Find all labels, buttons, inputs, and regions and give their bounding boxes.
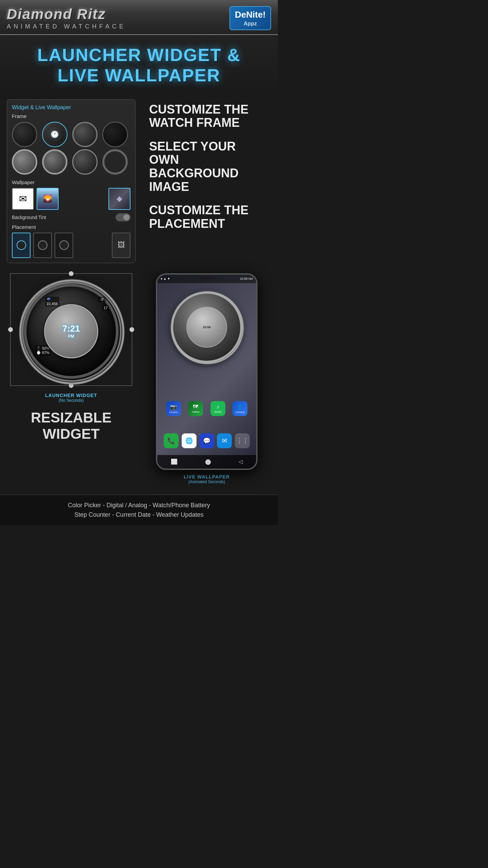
stat-battery: 📱 92% ⌚ 87% <box>35 346 51 356</box>
tint-row: Background Tint <box>12 213 130 221</box>
widget-sublabel: (No Seconds) <box>59 398 83 403</box>
logo-badge: DeNite! Appz <box>229 6 271 30</box>
status-time: 10:58 AM <box>240 277 253 280</box>
header: Diamond Ritz Animated Watchface DeNite! … <box>0 0 278 35</box>
bottom-line-1: Color Picker - Digital / Analog - Watch/… <box>7 500 271 510</box>
resize-handle-right[interactable] <box>129 327 134 332</box>
main-heading: LAUNCHER WIDGET &LIVE WALLPAPER <box>7 45 271 86</box>
status-icons: ● ▲ ▼ <box>161 277 170 280</box>
frame-option-8[interactable] <box>102 149 128 175</box>
resize-handle-left[interactable] <box>8 327 13 332</box>
stat-temp: -3° <box>98 297 106 302</box>
frame-option-4[interactable] <box>102 122 128 147</box>
nav-home[interactable]: ⬤ <box>205 458 211 465</box>
phone-preview: ● ▲ ▼ 10:58 AM 10:58 📷 Camera 🗺 Gallery <box>142 273 271 484</box>
wallpaper-thumbs: ✉ 🌄 ◆ <box>12 188 130 210</box>
phone-dock: 📞 🌐 💬 ✉ ⋮⋮ <box>157 433 256 448</box>
widget-preview: ☔10,456 -3° 17 📱 92% ⌚ 87% 7:21 PM <box>7 273 136 484</box>
app-icon-chrome[interactable]: 🌐 <box>182 433 197 448</box>
frame-grid: 🕐 <box>12 122 130 175</box>
wallpaper-diamond[interactable]: ◆ <box>108 188 130 210</box>
placement-section-label: Placement <box>12 224 130 230</box>
nav-back[interactable]: ⬜ <box>171 458 178 465</box>
app-icon-camera[interactable]: 📷 Camera <box>166 401 181 416</box>
phone-mockup: ● ▲ ▼ 10:58 AM 10:58 📷 Camera 🗺 Gallery <box>156 273 258 470</box>
digital-time-display: 7:21 PM <box>62 323 80 339</box>
app-icon-spotify[interactable]: ♪ Spotify <box>210 401 225 416</box>
phone-sublabel: (Animated Seconds) <box>188 479 225 484</box>
app-icon-messages[interactable]: 💬 <box>199 433 214 448</box>
frame-option-5[interactable] <box>12 149 37 175</box>
resizable-text: RESIZABLEWIDGET <box>31 410 111 442</box>
frame-option-7[interactable] <box>72 149 98 175</box>
widget-ui-panel: Widget & Live Wallpaper Frame 🕐 Wallpape… <box>7 99 136 263</box>
wallpaper-label: Wallpaper <box>12 179 130 185</box>
phone-power-button <box>257 315 258 329</box>
placement-clock-2 <box>38 240 47 250</box>
bottom-line-2: Step Counter - Current Date - Weather Up… <box>7 510 271 520</box>
frame-option-1[interactable] <box>12 122 37 147</box>
phone-label: LIVE WALLPAPER <box>184 474 230 479</box>
placement-photo-option[interactable]: 🖼 <box>112 233 130 258</box>
features-panel: CUSTOMIZE THE WATCH FRAME SELECT YOUR OW… <box>142 99 271 263</box>
frame-clock-face: 🕐 <box>45 125 64 144</box>
wallpaper-white[interactable]: ✉ <box>12 188 34 210</box>
placement-row: 🖼 <box>12 233 130 258</box>
bottom-section: ☔10,456 -3° 17 📱 92% ⌚ 87% 7:21 PM <box>0 270 278 488</box>
frame-option-2[interactable]: 🕐 <box>42 122 67 147</box>
placement-clock-3 <box>59 240 69 250</box>
feature-3-heading: CUSTOMIZE THE PLACEMENT <box>149 203 268 230</box>
wallpaper-section: Wallpaper ✉ 🌄 ◆ <box>12 179 130 210</box>
app-title: Diamond Ritz <box>7 6 126 22</box>
placement-option-2[interactable] <box>33 233 52 258</box>
app-icon-contacts[interactable]: 👤 Contacts <box>232 401 247 416</box>
header-title-group: Diamond Ritz Animated Watchface <box>7 6 126 30</box>
phone-app-row-1: 📷 Camera 🗺 Gallery ♪ Spotify 👤 Contacts <box>157 401 256 416</box>
logo-denite: DeNite! <box>235 9 266 20</box>
app-icon-email[interactable]: ✉ <box>217 433 232 448</box>
clock-widget: ☔10,456 -3° 17 📱 92% ⌚ 87% 7:21 PM <box>24 284 119 379</box>
placement-option-1[interactable] <box>12 233 30 258</box>
app-icon-phone[interactable]: 📞 <box>164 433 179 448</box>
tint-toggle[interactable] <box>116 213 130 221</box>
phone-watch-outer-ring <box>171 291 244 364</box>
phone-nav-bar: ⬜ ⬤ ◁ <box>157 455 256 469</box>
app-icon-grid[interactable]: ⋮⋮ <box>235 433 250 448</box>
resize-handle-top[interactable] <box>69 271 74 276</box>
clock-inner: 7:21 PM <box>44 304 98 358</box>
frame-section-label: Frame <box>12 113 130 119</box>
stat-day: 17 <box>102 305 109 311</box>
main-banner: LAUNCHER WIDGET &LIVE WALLPAPER <box>0 35 278 93</box>
nav-recent[interactable]: ◁ <box>239 458 243 465</box>
logo-appz: Appz <box>235 20 266 27</box>
placement-clock-1 <box>17 240 26 250</box>
content-row: Widget & Live Wallpaper Frame 🕐 Wallpape… <box>0 93 278 267</box>
feature-1-heading: CUSTOMIZE THE WATCH FRAME <box>149 103 268 130</box>
frame-option-3[interactable] <box>72 122 98 147</box>
app-subtitle: Animated Watchface <box>7 23 126 30</box>
widget-border: ☔10,456 -3° 17 📱 92% ⌚ 87% 7:21 PM <box>10 273 132 386</box>
panel-title: Widget & Live Wallpaper <box>12 104 130 111</box>
placement-option-3[interactable] <box>55 233 73 258</box>
bottom-bar: Color Picker - Digital / Analog - Watch/… <box>0 494 278 526</box>
wallpaper-mountain[interactable]: 🌄 <box>37 188 59 210</box>
app-icon-gallery[interactable]: 🗺 Gallery <box>188 401 203 416</box>
frame-option-6[interactable] <box>42 149 67 175</box>
stat-steps: ☔10,456 <box>45 297 59 307</box>
feature-2-heading: SELECT YOUR OWN BACKGROUND IMAGE <box>149 140 268 193</box>
phone-status-bar: ● ▲ ▼ 10:58 AM <box>157 275 256 283</box>
phone-watch-display: 10:58 <box>171 292 242 363</box>
widget-label: LAUNCHER WIDGET <box>45 393 97 398</box>
tint-label: Background Tint <box>12 215 46 220</box>
